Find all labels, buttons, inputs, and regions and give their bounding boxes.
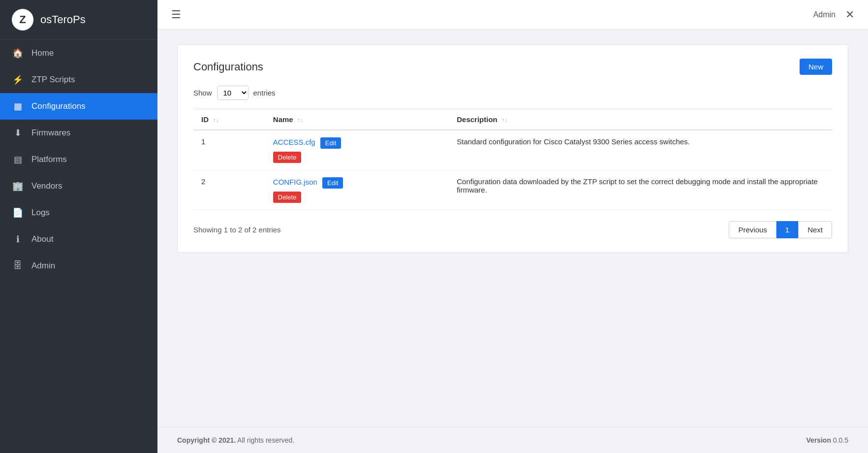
topbar: ☰ Admin ✕ <box>157 0 868 30</box>
col-name[interactable]: Name ↑↓ <box>265 109 449 130</box>
row1-name-cell: ACCESS.cfg Edit Delete <box>265 130 449 170</box>
sidebar-item-vendors[interactable]: 🏢 Vendors <box>0 173 157 199</box>
sidebar-item-label-configurations: Configurations <box>31 101 86 111</box>
pagination-buttons: Previous 1 Next <box>729 221 832 238</box>
row2-description: Configuration data downloaded by the ZTP… <box>449 170 832 210</box>
sidebar-item-firmwares[interactable]: ⬇ Firmwares <box>0 120 157 146</box>
ztp-icon: ⚡ <box>12 74 24 85</box>
row1-name-link[interactable]: ACCESS.cfg <box>273 138 315 146</box>
admin-icon: 🗄 <box>12 260 24 271</box>
platforms-icon: ▤ <box>12 154 24 165</box>
topbar-right: Admin ✕ <box>813 8 854 21</box>
sidebar: Z osTeroPs 🏠 Home ⚡ ZTP Scripts ▦ Config… <box>0 0 157 453</box>
sidebar-item-label-platforms: Platforms <box>31 155 67 164</box>
app-title: osTeroPs <box>40 13 86 26</box>
showing-text: Showing 1 to 2 of 2 entries <box>193 226 281 234</box>
row2-edit-button[interactable]: Edit <box>322 177 343 189</box>
entries-select[interactable]: 10 25 50 100 <box>217 86 248 100</box>
sidebar-item-label-admin: Admin <box>31 261 55 271</box>
sort-desc-icon: ↑↓ <box>501 116 508 124</box>
row2-name-link[interactable]: CONFIG.json <box>273 178 317 186</box>
logo-icon: Z <box>12 9 33 31</box>
close-button[interactable]: ✕ <box>845 8 854 21</box>
footer-version: Version 0.0.5 <box>806 436 848 444</box>
previous-button[interactable]: Previous <box>729 221 776 238</box>
table-row: 1 ACCESS.cfg Edit Delete Standard config… <box>193 130 832 170</box>
sidebar-logo: Z osTeroPs <box>0 0 157 40</box>
sidebar-nav: 🏠 Home ⚡ ZTP Scripts ▦ Configurations ⬇ … <box>0 40 157 279</box>
card-header: Configurations New <box>193 59 832 75</box>
row2-name-cell: CONFIG.json Edit Delete <box>265 170 449 210</box>
row1-id: 1 <box>193 130 265 170</box>
row1-description: Standard configuration for Cisco Catalys… <box>449 130 832 170</box>
vendors-icon: 🏢 <box>12 181 24 192</box>
configurations-table: ID ↑↓ Name ↑↓ Description ↑↓ <box>193 109 832 210</box>
row2-id: 2 <box>193 170 265 210</box>
sidebar-item-label-ztp: ZTP Scripts <box>31 75 75 85</box>
home-icon: 🏠 <box>12 48 24 59</box>
user-label: Admin <box>813 10 836 19</box>
menu-toggle-button[interactable]: ☰ <box>171 8 181 21</box>
firmwares-icon: ⬇ <box>12 128 24 138</box>
table-row: 2 CONFIG.json Edit Delete Configuration … <box>193 170 832 210</box>
pagination-row: Showing 1 to 2 of 2 entries Previous 1 N… <box>193 221 832 238</box>
sidebar-item-home[interactable]: 🏠 Home <box>0 40 157 66</box>
about-icon: ℹ <box>12 234 24 245</box>
entries-label: entries <box>253 89 276 97</box>
sort-id-icon: ↑↓ <box>213 116 219 124</box>
col-description[interactable]: Description ↑↓ <box>449 109 832 130</box>
sort-name-icon: ↑↓ <box>297 116 304 124</box>
sidebar-item-configurations[interactable]: ▦ Configurations <box>0 93 157 120</box>
main-area: ☰ Admin ✕ Configurations New Show 10 25 … <box>157 0 868 453</box>
sidebar-item-label-about: About <box>31 234 53 244</box>
sidebar-item-label-logs: Logs <box>31 208 50 218</box>
logs-icon: 📄 <box>12 207 24 218</box>
footer: Copyright © 2021. All rights reserved. V… <box>157 427 868 453</box>
row1-delete-button[interactable]: Delete <box>273 152 302 163</box>
copyright-bold: Copyright © 2021. <box>177 436 236 444</box>
sidebar-item-logs[interactable]: 📄 Logs <box>0 199 157 226</box>
sidebar-item-label-vendors: Vendors <box>31 181 62 191</box>
show-entries-row: Show 10 25 50 100 entries <box>193 86 832 100</box>
col-id[interactable]: ID ↑↓ <box>193 109 265 130</box>
row2-delete-button[interactable]: Delete <box>273 192 302 203</box>
main-content: Configurations New Show 10 25 50 100 ent… <box>157 30 868 427</box>
sidebar-item-label-firmwares: Firmwares <box>31 128 70 138</box>
new-button[interactable]: New <box>800 59 832 75</box>
next-button[interactable]: Next <box>798 221 832 238</box>
sidebar-item-label-home: Home <box>31 48 54 58</box>
page-title: Configurations <box>193 61 263 73</box>
row1-edit-button[interactable]: Edit <box>320 137 341 149</box>
page-1-button[interactable]: 1 <box>776 221 798 238</box>
sidebar-item-about[interactable]: ℹ About <box>0 226 157 253</box>
version-label: Version <box>806 436 831 444</box>
show-label: Show <box>193 89 212 97</box>
sidebar-item-ztp-scripts[interactable]: ⚡ ZTP Scripts <box>0 66 157 93</box>
footer-copyright: Copyright © 2021. All rights reserved. <box>177 436 294 444</box>
copyright-rest: All rights reserved. <box>237 436 294 444</box>
sidebar-item-admin[interactable]: 🗄 Admin <box>0 253 157 279</box>
configurations-card: Configurations New Show 10 25 50 100 ent… <box>177 44 848 253</box>
configurations-icon: ▦ <box>12 101 24 112</box>
version-number: 0.0.5 <box>833 436 848 444</box>
sidebar-item-platforms[interactable]: ▤ Platforms <box>0 146 157 173</box>
